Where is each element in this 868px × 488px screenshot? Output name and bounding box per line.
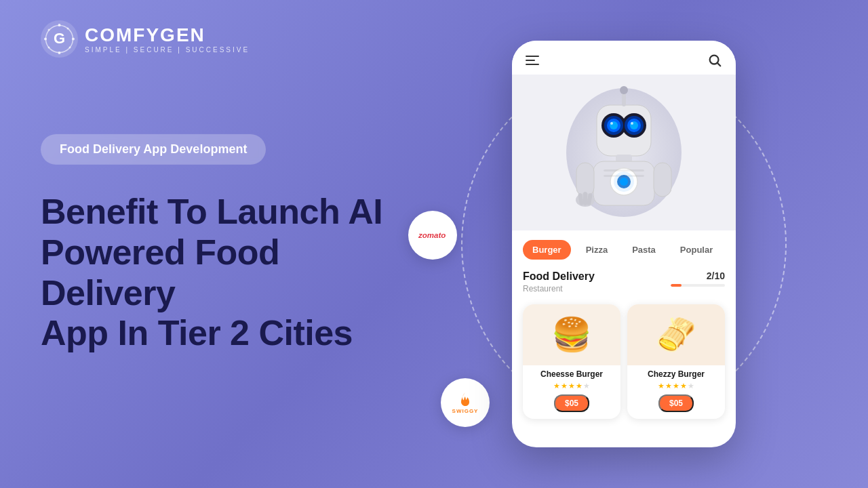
logo-text: COMFYGEN SIMPLE | SECURE | SUCCESSIVE: [85, 24, 250, 54]
main-heading: Benefit To Launch AI Powered Food Delive…: [41, 192, 407, 354]
svg-text:zomato: zomato: [418, 231, 446, 239]
food-price-1[interactable]: $05: [554, 394, 589, 412]
tab-popular[interactable]: Popular: [671, 240, 722, 260]
category-tabs: Burger Pizza Pasta Popular: [512, 230, 736, 265]
logo-area: G COMFYGEN SIMPLE | SECURE | SUCCESSIVE: [41, 20, 250, 58]
svg-point-33: [620, 178, 628, 186]
phone-mockup: Burger Pizza Pasta Popular Food Delivery…: [512, 41, 736, 447]
svg-point-10: [48, 29, 50, 31]
restaurant-name: Food Delivery: [523, 270, 595, 283]
food-name-1: Cheesse Burger: [540, 369, 603, 379]
zomato-icon: zomato: [418, 228, 447, 242]
restaurant-info: Food Delivery Restaurent 2/10: [512, 265, 736, 299]
restaurant-sub: Restaurent: [523, 284, 595, 293]
tab-pizza[interactable]: Pizza: [576, 240, 618, 260]
page: G COMFYGEN SIMPLE | SECURE | SUCCESSIVE …: [0, 0, 868, 488]
svg-point-9: [48, 47, 50, 49]
tab-burger[interactable]: Burger: [523, 240, 571, 260]
phone-top-bar: [512, 41, 736, 75]
food-stars-1: ★ ★ ★ ★ ★: [553, 382, 590, 390]
rating-value: 2/10: [707, 270, 725, 281]
rating-bar: [671, 284, 725, 287]
svg-rect-34: [576, 163, 594, 197]
svg-rect-40: [604, 169, 644, 171]
svg-point-8: [69, 47, 71, 49]
left-content: Food Delivery App Development Benefit To…: [41, 134, 407, 354]
tab-pasta[interactable]: Pasta: [623, 240, 665, 260]
food-image-1: 🍔: [523, 304, 620, 365]
svg-rect-39: [654, 163, 671, 197]
robot-illustration: [563, 81, 685, 224]
brand-swiggy: SWIGGY: [441, 378, 490, 427]
svg-point-24: [610, 122, 613, 125]
svg-rect-41: [604, 175, 644, 177]
svg-point-25: [631, 122, 633, 125]
food-card-1: 🍔 Cheesse Burger ★ ★ ★ ★ ★ $05: [523, 304, 620, 419]
logo-name: COMFYGEN: [85, 24, 250, 46]
rating-area: 2/10: [671, 270, 725, 287]
svg-point-5: [58, 52, 61, 54]
swiggy-label: SWIGGY: [452, 408, 479, 414]
comfygen-logo-icon: G: [41, 20, 78, 58]
brand-zomato: zomato: [408, 211, 457, 260]
food-price-2[interactable]: $05: [658, 394, 694, 412]
food-stars-2: ★ ★ ★ ★ ★: [658, 382, 694, 390]
food-name-2: Chezzy Burger: [648, 369, 705, 379]
food-grid: 🍔 Cheesse Burger ★ ★ ★ ★ ★ $05 🫔 Chezzy …: [512, 299, 736, 430]
svg-rect-37: [583, 192, 587, 205]
food-image-2: 🫔: [627, 304, 725, 365]
search-icon[interactable]: [707, 53, 722, 68]
svg-line-13: [717, 63, 720, 66]
swiggy-flame-icon: [457, 391, 473, 407]
logo-tagline: SIMPLE | SECURE | SUCCESSIVE: [85, 46, 250, 54]
right-area: zomato zepto SWIGGY: [434, 24, 814, 464]
svg-text:G: G: [54, 30, 65, 47]
hamburger-menu-icon[interactable]: [526, 56, 539, 65]
svg-point-3: [58, 24, 61, 26]
rating-fill: [671, 284, 682, 287]
svg-point-7: [67, 28, 69, 30]
svg-point-6: [44, 38, 47, 41]
svg-point-4: [72, 38, 75, 41]
category-badge: Food Delivery App Development: [41, 134, 266, 165]
svg-point-27: [620, 86, 628, 94]
food-card-2: 🫔 Chezzy Burger ★ ★ ★ ★ ★ $05: [627, 304, 725, 419]
robot-area: [512, 75, 736, 230]
